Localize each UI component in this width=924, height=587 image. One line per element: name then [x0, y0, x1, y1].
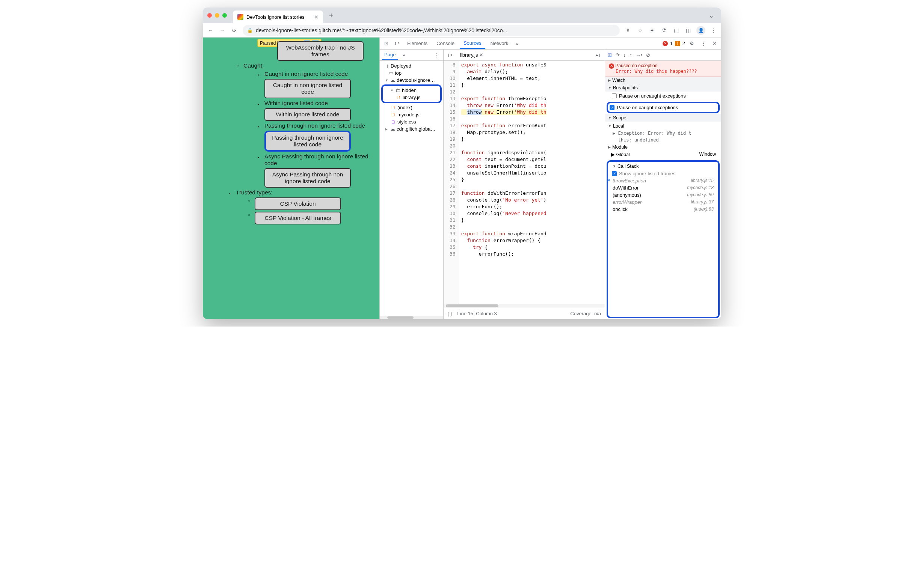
url-text: devtools-ignore-list-stories.glitch.me/#… — [256, 27, 615, 33]
pause-message: Error: Why did this happen???? — [615, 69, 718, 74]
step-button[interactable]: →• — [636, 52, 643, 58]
scope-local-header[interactable]: ▼Local — [608, 122, 719, 130]
navigator-scrollbar[interactable] — [380, 316, 443, 319]
tree-mycode-file[interactable]: 🗋mycode.js — [380, 111, 443, 118]
share-icon[interactable]: ⇪ — [624, 27, 632, 33]
scope-this-row: this: undefined — [608, 136, 719, 143]
pause-uncaught-checkbox[interactable]: Pause on uncaught exceptions — [612, 92, 719, 99]
call-stack-frame[interactable]: doWithErrormycode.js:18 — [610, 184, 717, 191]
scope-section-header[interactable]: ▼Scope — [605, 114, 721, 122]
tree-index-file[interactable]: 🗋(index) — [380, 104, 443, 111]
navigator-menu-icon[interactable]: ⋮ — [432, 51, 441, 59]
tree-deployed[interactable]: ⫿Deployed — [380, 62, 443, 69]
warning-count-icon[interactable]: ! — [675, 41, 680, 46]
reload-button[interactable]: ⟳ — [231, 27, 238, 33]
tab-elements[interactable]: Elements — [403, 38, 431, 48]
passing-through-button[interactable]: Passing through non ignore listed code — [264, 131, 351, 151]
maximize-window-button[interactable] — [222, 13, 227, 18]
warning-count: 2 — [683, 41, 685, 46]
within-ignore-button[interactable]: Within ignore listed code — [264, 108, 351, 121]
close-window-button[interactable] — [207, 13, 212, 18]
toggle-debugger-icon[interactable]: ▸⫿ — [594, 51, 603, 59]
breakpoints-section-header[interactable]: ▼Breakpoints — [605, 84, 721, 92]
watch-section-header[interactable]: ▶Watch — [605, 77, 721, 84]
coverage-status: Coverage: n/a — [570, 311, 601, 316]
tab-list-chevron-icon[interactable]: ⌄ — [706, 12, 717, 19]
address-bar[interactable]: 🔒 devtools-ignore-list-stories.glitch.me… — [243, 25, 620, 36]
tree-origin[interactable]: ▼☁devtools-ignore… — [380, 77, 443, 84]
call-stack-frame[interactable]: onclick(index):83 — [610, 206, 717, 213]
scope-global-row[interactable]: ▶ GlobalWindow — [608, 151, 719, 158]
step-out-button[interactable]: ↑ — [630, 52, 632, 58]
settings-gear-icon[interactable]: ⚙ — [687, 39, 696, 48]
step-over-button[interactable]: ↷ — [615, 52, 620, 58]
item-label-2: Passing through non ignore listed code — [264, 122, 365, 129]
browser-tab[interactable]: DevTools ignore list stories ✕ — [233, 10, 323, 23]
lock-icon: 🔒 — [247, 28, 253, 33]
tree-cdn-origin[interactable]: ▶☁cdn.glitch.globa… — [380, 125, 443, 133]
error-icon: ✕ — [609, 63, 614, 69]
devtools-close-icon[interactable]: ✕ — [710, 39, 719, 48]
cursor-position: Line 15, Column 3 — [457, 311, 497, 316]
call-stack-header[interactable]: ▼Call Stack — [610, 163, 717, 170]
page-viewport: Paused in debugger ▶ ↷ WebAssembly trap … — [203, 38, 380, 319]
device-toggle-icon[interactable]: ⫾▯ — [392, 39, 402, 48]
back-button[interactable]: ← — [206, 27, 214, 33]
navigator-more-icon[interactable]: » — [400, 51, 407, 59]
call-stack-frame[interactable]: (anonymous)mycode.js:89 — [610, 191, 717, 199]
wasm-trap-button[interactable]: WebAssembly trap - no JS frames — [277, 41, 364, 61]
tab-console[interactable]: Console — [433, 38, 458, 48]
csp-violation-all-button[interactable]: CSP Violation - All frames — [255, 212, 341, 224]
trusted-types-header: Trusted types: — [236, 189, 376, 196]
close-tab-button[interactable]: ✕ — [314, 14, 318, 20]
error-count-icon[interactable]: ✕ — [663, 41, 668, 46]
tab-title: DevTools ignore list stories — [246, 14, 305, 20]
side-panel-icon[interactable]: ◫ — [684, 27, 692, 33]
tree-hidden-folder[interactable]: ▼🗀hidden — [383, 87, 439, 94]
inspect-icon[interactable]: ⊡ — [382, 39, 391, 48]
csp-violation-button[interactable]: CSP Violation — [255, 197, 341, 210]
minimize-window-button[interactable] — [215, 13, 219, 18]
more-tabs-icon[interactable]: » — [513, 39, 521, 48]
browser-toolbar: ← → ⟳ 🔒 devtools-ignore-list-stories.gli… — [203, 23, 721, 38]
favicon — [238, 14, 243, 20]
editor-h-scrollbar[interactable] — [444, 304, 605, 308]
call-stack-frame[interactable]: errorWrapperlibrary.js:37 — [610, 199, 717, 206]
toggle-navigator-icon[interactable]: ⫿◂ — [445, 51, 455, 59]
pause-reason: Paused on exception — [615, 63, 657, 68]
pause-caught-checkbox[interactable]: ✓Pause on caught exceptions — [610, 104, 717, 111]
labs-icon[interactable]: ⚗ — [660, 27, 668, 33]
new-tab-button[interactable]: + — [326, 11, 337, 20]
deactivate-breakpoints-button[interactable]: ⊘ — [646, 52, 650, 58]
tree-top[interactable]: ▭top — [380, 69, 443, 77]
code-area[interactable]: 8910111213141516171819202122232425262728… — [444, 61, 605, 304]
call-stack-frame[interactable]: throwExceptionlibrary.js:15 — [610, 177, 717, 184]
navigator-page-tab[interactable]: Page — [382, 50, 398, 60]
tab-network[interactable]: Network — [487, 38, 512, 48]
editor-file-tab[interactable]: library.js ✕ — [458, 51, 486, 59]
sources-navigator: Page » ⋮ ⫿Deployed ▭top ▼☁devtools-ignor… — [380, 49, 444, 319]
show-ignore-listed-checkbox[interactable]: ✓Show ignore-listed frames — [610, 170, 717, 177]
forward-button[interactable]: → — [219, 27, 226, 33]
async-passing-button[interactable]: Async Passing through non ignore listed … — [264, 168, 351, 187]
tree-style-file[interactable]: 🗋style.css — [380, 118, 443, 125]
editor-close-icon[interactable]: ✕ — [479, 52, 483, 58]
titlebar: DevTools ignore list stories ✕ + ⌄ — [203, 8, 721, 23]
scope-exception-row[interactable]: ▶ Exception: Error: Why did t — [608, 130, 719, 136]
devtools-menu-icon[interactable]: ⋮ — [699, 39, 708, 48]
new-feature-icon[interactable]: ▢ — [672, 27, 680, 33]
pretty-print-icon[interactable]: { } — [447, 311, 452, 316]
highlighted-caught-checkbox: ✓Pause on caught exceptions — [607, 102, 719, 113]
bookmark-icon[interactable]: ☆ — [636, 27, 644, 33]
tab-sources[interactable]: Sources — [460, 38, 485, 49]
menu-icon[interactable]: ⋮ — [710, 27, 718, 33]
resume-button[interactable]: ▶⃓ — [608, 52, 612, 58]
tree-library-file[interactable]: 🗋library.js — [383, 94, 439, 101]
step-into-button[interactable]: ↓ — [624, 52, 626, 58]
scope-module-header[interactable]: ▶Module — [608, 143, 719, 151]
highlighted-hidden-folder: ▼🗀hidden 🗋library.js — [381, 84, 442, 103]
extensions-icon[interactable]: ✦ — [648, 27, 656, 33]
profile-avatar[interactable]: 👤 — [696, 26, 705, 35]
caught-non-ignore-button[interactable]: Caught in non ignore listed code — [264, 79, 351, 98]
pause-banner: ✕ Paused on exception Error: Why did thi… — [605, 61, 721, 77]
